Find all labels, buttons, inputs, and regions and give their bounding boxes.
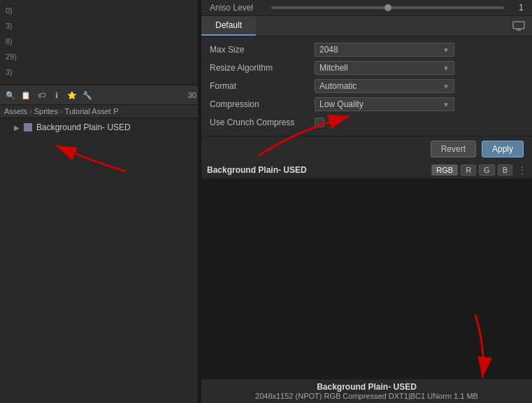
preview-canvas (201, 179, 532, 379)
max-size-label: Max Size (210, 45, 315, 55)
breadcrumb-sprites[interactable]: Sprites (34, 107, 58, 115)
file-list: ▶ Background Plain- USED (0, 118, 201, 403)
dropdown-arrow-icon: ▼ (443, 46, 450, 54)
divider (0, 84, 201, 85)
resize-algorithm-value: Mitchell (319, 63, 348, 73)
number-item: 29) (0, 49, 201, 64)
format-label: Format (210, 81, 315, 91)
svg-rect-0 (513, 22, 524, 29)
preview-header: Background Plain- USED RGB R G B ⋮ (201, 162, 532, 179)
compression-dropdown[interactable]: Low Quality ▼ (315, 97, 454, 111)
compression-row: Compression Low Quality ▼ (201, 95, 532, 113)
format-control: Automatic ▼ (315, 79, 524, 93)
channel-b-button[interactable]: B (498, 164, 512, 176)
settings-section: Max Size 2048 ▼ Resize Algorithm Mitchel… (201, 36, 532, 136)
buttons-row: Revert Apply (201, 136, 532, 162)
resize-algorithm-label: Resize Algorithm (210, 63, 315, 73)
aniso-label: Aniso Level (210, 3, 266, 13)
preview-info: 2048x1152 (NPOT) RGB Compressed DXT1|BC1… (207, 392, 526, 400)
revert-button[interactable]: Revert (431, 141, 476, 157)
file-icon (24, 123, 32, 132)
search-icon[interactable]: 🔍 (4, 89, 17, 101)
compression-value: Low Quality (319, 99, 364, 109)
aniso-slider[interactable] (271, 6, 504, 9)
dropdown-arrow-icon: ▼ (443, 83, 450, 90)
right-panel: Aniso Level 1 Default Max Size 2048 ▼ (201, 0, 532, 403)
crunch-control (315, 118, 524, 127)
number-item: 0) (0, 3, 201, 18)
number-item: 8) (0, 34, 201, 49)
crunch-compress-row: Use Crunch Compress (201, 113, 532, 132)
apply-button[interactable]: Apply (482, 141, 524, 157)
item-count: 30 (188, 91, 196, 99)
crunch-label: Use Crunch Compress (210, 118, 315, 127)
format-dropdown[interactable]: Automatic ▼ (315, 79, 454, 93)
tab-default[interactable]: Default (201, 16, 256, 36)
number-list: 0) 3) 8) 29) 3) (0, 0, 201, 83)
left-panel: 0) 3) 8) 29) 3) 🔍 📋 🏷 ℹ ⭐ 🔧 30 Assets › … (0, 0, 201, 403)
channel-g-button[interactable]: G (479, 164, 495, 176)
aniso-level-row: Aniso Level 1 (201, 0, 532, 16)
star-icon[interactable]: ⭐ (66, 89, 78, 101)
breadcrumb: Assets › Sprites › Tutorial Asset P (0, 105, 201, 118)
dropdown-arrow-icon: ▼ (443, 64, 450, 72)
more-options-icon[interactable]: ⋮ (518, 165, 526, 175)
channel-rgb-button[interactable]: RGB (431, 164, 458, 176)
toolbar: 🔍 📋 🏷 ℹ ⭐ 🔧 30 (0, 86, 201, 105)
expand-arrow: ▶ (14, 124, 20, 132)
format-row: Format Automatic ▼ (201, 77, 532, 95)
max-size-row: Max Size 2048 ▼ (201, 41, 532, 59)
breadcrumb-assets[interactable]: Assets (4, 107, 27, 115)
preview-footer: Background Plain- USED 2048x1152 (NPOT) … (201, 379, 532, 403)
preview-title: Background Plain- USED (207, 165, 307, 175)
compression-label: Compression (210, 99, 315, 109)
list-item[interactable]: ▶ Background Plain- USED (0, 120, 201, 135)
tab-row: Default (201, 16, 532, 36)
preview-area: Background Plain- USED RGB R G B ⋮ Backg… (201, 162, 532, 403)
max-size-value: 2048 (319, 45, 338, 55)
number-item: 3) (0, 18, 201, 34)
preview-channels: RGB R G B ⋮ (431, 164, 526, 176)
max-size-dropdown[interactable]: 2048 ▼ (315, 43, 454, 57)
panel-resize-handle[interactable] (198, 0, 201, 403)
breadcrumb-sep2: › (60, 107, 63, 115)
resize-algorithm-control: Mitchell ▼ (315, 61, 524, 75)
info-icon[interactable]: ℹ (50, 89, 63, 101)
breadcrumb-tutorial[interactable]: Tutorial Asset P (65, 107, 119, 115)
breadcrumb-sep1: › (29, 107, 32, 115)
gear-icon[interactable]: 🔧 (81, 89, 94, 101)
preview-filename: Background Plain- USED (207, 382, 526, 392)
format-value: Automatic (319, 81, 357, 91)
crunch-checkbox[interactable] (315, 118, 324, 127)
max-size-control: 2048 ▼ (315, 43, 524, 57)
number-item: 3) (0, 64, 201, 80)
aniso-value: 1 (510, 3, 524, 13)
copy-icon[interactable]: 📋 (20, 89, 32, 101)
resize-algorithm-dropdown[interactable]: Mitchell ▼ (315, 61, 454, 75)
dropdown-arrow-icon: ▼ (443, 101, 450, 108)
tab-monitor[interactable] (505, 16, 532, 36)
aniso-thumb (384, 4, 391, 11)
tag-icon[interactable]: 🏷 (35, 89, 48, 101)
compression-control: Low Quality ▼ (315, 97, 524, 111)
channel-r-button[interactable]: R (461, 164, 476, 176)
resize-algorithm-row: Resize Algorithm Mitchell ▼ (201, 59, 532, 77)
file-name: Background Plain- USED (36, 122, 131, 132)
